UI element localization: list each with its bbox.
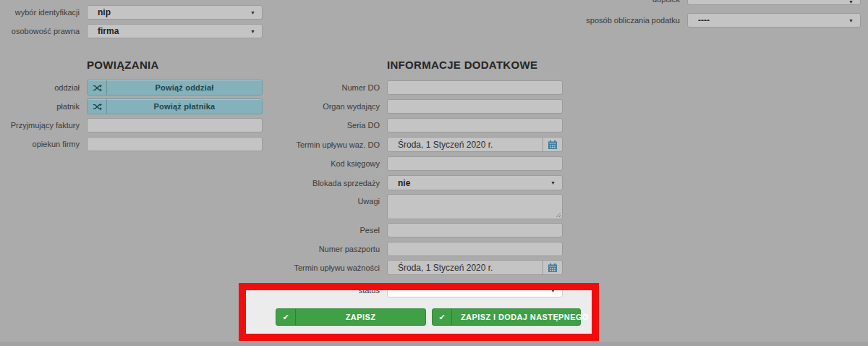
row-pesel: Pesel	[264, 223, 563, 237]
sposob-obliczania-podatku-label: sposób obliczania podatku	[463, 16, 680, 25]
opiekun-firmy-input[interactable]	[87, 137, 263, 151]
row-numer-paszportu: Numer paszportu	[264, 242, 563, 256]
caret-down-icon: ▼	[250, 29, 255, 34]
shuffle-icon	[88, 80, 107, 95]
check-icon: ✔	[433, 309, 452, 325]
status-label: status	[264, 286, 380, 295]
dopisek-label: dopisek	[463, 0, 680, 4]
platnik-label: płatnik	[0, 102, 80, 111]
osobowosc-prawna-select[interactable]: firma ▼	[87, 24, 263, 38]
kod-ksiegowy-input[interactable]	[387, 156, 563, 171]
row-sposob-obliczania-podatku: sposób obliczania podatku ---- ▼	[463, 13, 861, 28]
uwagi-label: Uwagi	[264, 194, 380, 206]
osobowosc-prawna-label: osobowość prawna	[0, 27, 80, 35]
numer-paszportu-label: Numer paszportu	[264, 245, 380, 253]
crm-form-page: wybór identyfikacji nip ▼ osobowość praw…	[0, 0, 868, 346]
numer-do-label: Numer DO	[264, 83, 380, 92]
page-bottom-edge	[0, 342, 868, 346]
caret-down-icon: ▼	[550, 288, 556, 293]
sposob-obliczania-podatku-select[interactable]: ---- ▼	[687, 13, 861, 28]
shuffle-icon	[88, 99, 107, 114]
caret-down-icon: ▼	[550, 180, 556, 185]
check-icon: ✔	[276, 309, 296, 325]
seria-do-input[interactable]	[387, 118, 563, 132]
opiekun-firmy-label: opiekun firmy	[0, 140, 80, 148]
blokada-sprzedazy-select[interactable]: nie ▼	[387, 175, 563, 190]
date-value: Środa, 1 Styczeń 2020 r.	[388, 138, 542, 151]
row-wybor-identyfikacji: wybór identyfikacji nip ▼	[0, 5, 263, 20]
button-label: Powiąż oddział	[107, 80, 262, 95]
calendar-icon[interactable]	[542, 261, 562, 274]
powiazania-heading: POWIĄZANIA	[87, 59, 159, 71]
row-numer-do: Numer DO	[264, 80, 563, 95]
row-blokada-sprzedazy: Blokada sprzedaży nie ▼	[264, 175, 563, 190]
caret-down-icon: ▼	[848, 0, 854, 4]
zapisz-i-dodaj-nastepnego-button[interactable]: ✔ ZAPISZ I DODAJ NASTĘPNEGO	[432, 308, 581, 326]
row-status: status ▼	[264, 283, 563, 298]
row-platnik: płatnik Powiąż płatnika	[0, 98, 263, 114]
row-termin-waznosci: Termin upływu ważności Środa, 1 Styczeń …	[264, 260, 563, 275]
caret-down-icon: ▼	[250, 10, 255, 15]
row-seria-do: Seria DO	[264, 118, 563, 132]
pesel-label: Pesel	[264, 226, 380, 235]
kod-ksiegowy-label: Kod księgowy	[264, 159, 380, 168]
select-value: firma	[98, 26, 119, 36]
seria-do-label: Seria DO	[264, 121, 380, 130]
row-dopisek: dopisek ▼	[463, 0, 861, 5]
organ-wydajacy-input[interactable]	[387, 99, 563, 114]
termin-waznosci-label: Termin upływu ważności	[264, 263, 380, 272]
row-organ-wydajacy: Organ wydający	[264, 99, 563, 114]
wybor-identyfikacji-select[interactable]: nip ▼	[87, 5, 263, 20]
przyjmujacy-faktury-input[interactable]	[87, 118, 263, 132]
blokada-sprzedazy-label: Blokada sprzedaży	[264, 179, 380, 187]
wybor-identyfikacji-label: wybór identyfikacji	[0, 8, 80, 17]
calendar-icon[interactable]	[542, 138, 562, 151]
numer-paszportu-input[interactable]	[387, 242, 563, 256]
row-osobowosc-prawna: osobowość prawna firma ▼	[0, 24, 263, 38]
select-value: nie	[398, 178, 410, 188]
termin-waz-do-label: Termin upływu waz. DO	[264, 140, 380, 149]
termin-waznosci-datepicker[interactable]: Środa, 1 Styczeń 2020 r.	[387, 260, 563, 275]
oddzial-label: oddział	[0, 83, 80, 92]
pesel-input[interactable]	[387, 223, 563, 237]
row-termin-waz-do: Termin upływu waz. DO Środa, 1 Styczeń 2…	[264, 137, 563, 152]
powiaz-oddzial-button[interactable]: Powiąż oddział	[87, 80, 263, 96]
select-value: ----	[698, 15, 710, 25]
numer-do-input[interactable]	[387, 80, 563, 95]
button-label: ZAPISZ	[296, 309, 425, 325]
date-value: Środa, 1 Styczeń 2020 r.	[388, 261, 542, 274]
button-label: ZAPISZ I DODAJ NASTĘPNEGO	[452, 309, 597, 325]
row-uwagi: Uwagi	[264, 194, 563, 219]
powiaz-platnika-button[interactable]: Powiąż płatnika	[87, 98, 263, 114]
uwagi-textarea[interactable]	[387, 194, 563, 219]
informacje-dodatkowe-heading: INFORMACJE DODATKOWE	[387, 59, 537, 71]
button-label: Powiąż płatnika	[107, 99, 262, 114]
row-opiekun-firmy: opiekun firmy	[0, 137, 263, 151]
select-value: nip	[98, 7, 111, 17]
row-kod-ksiegowy: Kod księgowy	[264, 156, 563, 171]
przyjmujacy-faktury-label: Przyjmujący faktury	[0, 121, 80, 130]
organ-wydajacy-label: Organ wydający	[264, 102, 380, 111]
status-select[interactable]: ▼	[387, 283, 563, 298]
caret-down-icon: ▼	[848, 18, 854, 23]
row-przyjmujacy-faktury: Przyjmujący faktury	[0, 118, 263, 132]
row-oddzial: oddział Powiąż oddział	[0, 80, 263, 96]
dopisek-select[interactable]: ▼	[687, 0, 861, 5]
zapisz-button[interactable]: ✔ ZAPISZ	[276, 308, 426, 326]
termin-waz-do-datepicker[interactable]: Środa, 1 Styczeń 2020 r.	[387, 137, 563, 152]
